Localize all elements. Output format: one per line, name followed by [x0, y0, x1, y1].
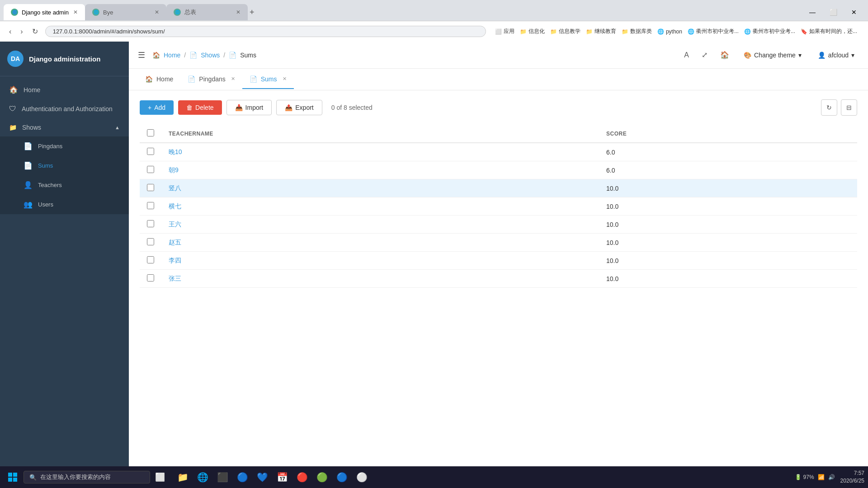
- row-teachername-6[interactable]: 李四: [161, 252, 599, 270]
- new-tab-button[interactable]: +: [250, 8, 255, 17]
- row-checkbox-4[interactable]: [147, 220, 154, 227]
- chevron-down-icon: ▲: [115, 125, 120, 130]
- columns-button[interactable]: ⊟: [841, 99, 857, 116]
- row-checkbox-6[interactable]: [147, 256, 154, 263]
- users-icon: 👥: [24, 200, 33, 209]
- content-tab-sums[interactable]: 📄 Sums ✕: [242, 70, 294, 89]
- bookmark-xinxi[interactable]: 📁 信息化: [520, 28, 545, 35]
- svg-rect-2: [8, 478, 12, 482]
- sidebar-item-home[interactable]: 🏠 Home: [0, 80, 129, 99]
- tab-close-summary[interactable]: ✕: [236, 9, 241, 15]
- url-bar[interactable]: 127.0.0.1:8000/admin/#/admin/shows/sum/: [45, 26, 486, 37]
- taskbar-app-chrome4[interactable]: ⚪: [353, 468, 371, 486]
- taskbar-app-ie[interactable]: 🌐: [193, 468, 212, 486]
- import-label: Import: [245, 104, 264, 111]
- sidebar-item-shows[interactable]: 📁 Shows ▲: [0, 118, 129, 136]
- row-checkbox-0[interactable]: [147, 148, 154, 155]
- taskbar-app-terminal[interactable]: ⬛: [213, 468, 231, 486]
- sidebar-teachers-label: Teachers: [38, 182, 62, 188]
- row-teachername-4[interactable]: 王六: [161, 216, 599, 234]
- tab-bye[interactable]: 🌐 Bye ✕: [85, 4, 166, 20]
- ctab-sums-close[interactable]: ✕: [283, 76, 287, 82]
- home-top-button[interactable]: 🏠: [717, 48, 732, 62]
- tab-label-bye: Bye: [103, 9, 113, 16]
- add-label: Add: [154, 104, 165, 111]
- sidebar-auth-label: Authentication and Authorization: [22, 105, 113, 113]
- bookmark-time[interactable]: 🔖 如果有时间的，还...: [801, 28, 857, 35]
- address-bar: ‹ › ↻ 127.0.0.1:8000/admin/#/admin/shows…: [0, 21, 868, 42]
- ctab-pingdans-close[interactable]: ✕: [231, 76, 235, 82]
- refresh-table-button[interactable]: ↻: [821, 99, 837, 116]
- row-score-5: 10.0: [599, 234, 857, 252]
- toolbar-right: ↻ ⊟: [821, 99, 857, 116]
- fullscreen-button[interactable]: ⤢: [699, 48, 710, 62]
- tab-summary[interactable]: 🌐 总表 ✕: [166, 4, 248, 20]
- taskbar-app-chrome2[interactable]: 🟢: [313, 468, 331, 486]
- menu-toggle-button[interactable]: ☰: [138, 50, 145, 60]
- taskbar-app-explorer[interactable]: 📁: [174, 468, 192, 486]
- row-checkbox-2[interactable]: [147, 184, 154, 191]
- start-button[interactable]: [4, 468, 22, 486]
- taskbar-app-chrome3[interactable]: 🔵: [333, 468, 351, 486]
- back-button[interactable]: ‹: [7, 26, 13, 38]
- tab-close-django[interactable]: ✕: [73, 9, 78, 15]
- row-teachername-1[interactable]: 朝9: [161, 161, 599, 179]
- bookmark-quzhou1[interactable]: 🌐 衢州市初中业考...: [688, 28, 739, 35]
- row-checkbox-cell: [140, 252, 161, 270]
- content-tab-pingdans[interactable]: 📄 Pingdans ✕: [180, 70, 242, 89]
- table-row: 赵五 10.0: [140, 234, 857, 252]
- user-menu-button[interactable]: 👤 afcloud ▾: [813, 49, 859, 61]
- row-teachername-7[interactable]: 张三: [161, 270, 599, 288]
- sidebar-item-sums[interactable]: 📄 Sums: [0, 156, 129, 175]
- bookmark-python[interactable]: 🌐 python: [657, 28, 682, 35]
- col-header-teachername: TEACHERNAME: [161, 125, 599, 143]
- breadcrumb-shows-link[interactable]: Shows: [201, 52, 220, 59]
- taskbar-app-vscode[interactable]: 💙: [253, 468, 271, 486]
- select-all-checkbox[interactable]: [147, 129, 154, 136]
- font-size-button[interactable]: A: [681, 48, 692, 62]
- selected-count: 0 of 8 selected: [331, 104, 373, 111]
- forward-button[interactable]: ›: [19, 26, 24, 38]
- bookmark-jixujy[interactable]: 📁 继续教育: [586, 28, 616, 35]
- change-theme-button[interactable]: 🎨 Change theme ▾: [739, 49, 806, 61]
- row-teachername-5[interactable]: 赵五: [161, 234, 599, 252]
- row-checkbox-5[interactable]: [147, 238, 154, 245]
- row-teachername-0[interactable]: 晚10: [161, 143, 599, 161]
- taskbar-search[interactable]: 🔍 在这里输入你要搜索的内容: [24, 471, 150, 483]
- row-teachername-2[interactable]: 竖八: [161, 179, 599, 197]
- ctab-sums-label: Sums: [261, 75, 277, 83]
- bookmark-quzhou2[interactable]: 🌐 衢州市初中业考...: [744, 28, 795, 35]
- tab-close-bye[interactable]: ✕: [155, 9, 159, 15]
- bookmark-sjkl[interactable]: 📁 数据库类: [622, 28, 652, 35]
- sidebar-item-pingdans[interactable]: 📄 Pingdans: [0, 136, 129, 156]
- breadcrumb-home-link[interactable]: Home: [164, 52, 180, 59]
- delete-button[interactable]: 🗑 Delete: [178, 100, 222, 115]
- taskbar-app-ubuntu[interactable]: 🔵: [233, 468, 251, 486]
- row-teachername-3[interactable]: 横七: [161, 197, 599, 216]
- content-tab-home[interactable]: 🏠 Home: [138, 70, 180, 89]
- row-checkbox-1[interactable]: [147, 166, 154, 173]
- bookmarks-bar: ⬜ 应用 📁 信息化 📁 信息教学 📁 继续教育 📁 数据库类 🌐 python…: [491, 28, 861, 35]
- task-view-button[interactable]: ⬜: [152, 469, 168, 485]
- minimize-button[interactable]: —: [802, 4, 823, 20]
- maximize-button[interactable]: ⬜: [823, 4, 844, 20]
- taskbar-app-chrome1[interactable]: 🔴: [293, 468, 311, 486]
- tab-django-admin[interactable]: 🌀 Django site admin ✕: [4, 4, 85, 20]
- row-checkbox-3[interactable]: [147, 202, 154, 209]
- refresh-button[interactable]: ↻: [30, 25, 40, 38]
- sidebar-nav: 🏠 Home 🛡 Authentication and Authorizatio…: [0, 76, 129, 472]
- sidebar-item-users[interactable]: 👥 Users: [0, 195, 129, 214]
- user-label: afcloud: [828, 52, 849, 59]
- close-button[interactable]: ✕: [844, 4, 864, 20]
- sidebar-item-teachers[interactable]: 👤 Teachers: [0, 175, 129, 195]
- folder-icon: 📁: [9, 124, 17, 131]
- add-button[interactable]: + Add: [140, 100, 174, 115]
- bookmark-xinxijx[interactable]: 📁 信息教学: [550, 28, 580, 35]
- sidebar-item-auth[interactable]: 🛡 Authentication and Authorization: [0, 99, 129, 118]
- taskbar-app-calendar[interactable]: 📅: [273, 468, 291, 486]
- row-checkbox-7[interactable]: [147, 274, 154, 282]
- export-button[interactable]: 📤 Export: [276, 100, 322, 115]
- bookmark-apps[interactable]: ⬜ 应用: [495, 28, 514, 35]
- import-button[interactable]: 📥 Import: [226, 100, 272, 115]
- sidebar-pingdans-label: Pingdans: [38, 143, 62, 150]
